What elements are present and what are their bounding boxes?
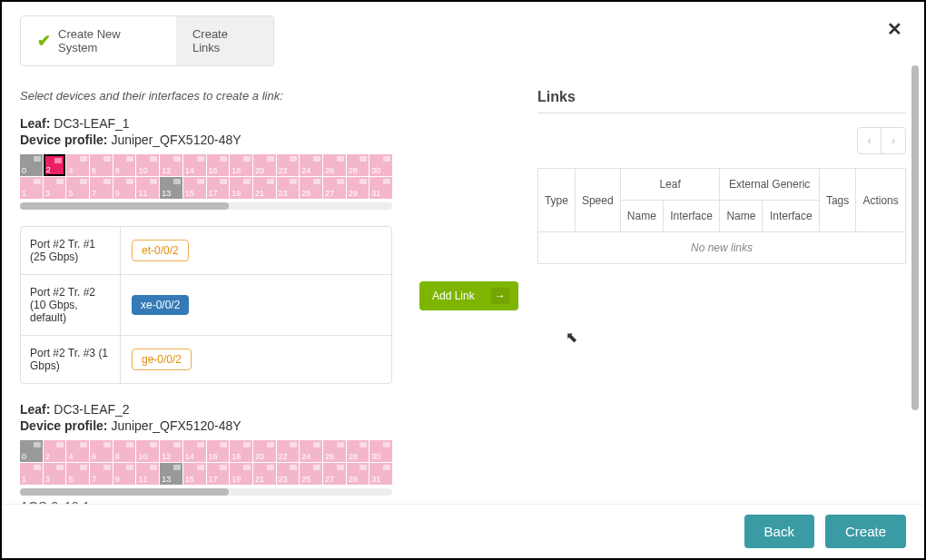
- port-cell[interactable]: 6: [90, 154, 113, 176]
- port-cell[interactable]: 30: [369, 154, 392, 176]
- port-detail-label: Port #2 Tr. #1 (25 Gbps): [21, 227, 121, 274]
- wizard-step-create-links[interactable]: Create Links: [176, 16, 273, 65]
- port-cell[interactable]: 10: [136, 440, 159, 462]
- port-cell[interactable]: 25: [300, 463, 322, 485]
- port-grid: 0246810121416182022242628301357911131517…: [20, 154, 392, 199]
- port-cell[interactable]: 18: [230, 440, 252, 462]
- port-cell[interactable]: 24: [300, 440, 322, 462]
- port-cell[interactable]: 22: [277, 440, 300, 462]
- wizard-step-create-system[interactable]: ✔ Create New System: [21, 16, 176, 65]
- port-detail-value: xe-0/0/2: [121, 275, 391, 335]
- port-cell[interactable]: 12: [160, 440, 182, 462]
- port-cell[interactable]: 4: [66, 154, 89, 176]
- port-cell[interactable]: 12: [160, 154, 182, 176]
- port-cell[interactable]: 31: [369, 177, 392, 199]
- col-actions: Actions: [856, 169, 906, 232]
- port-detail-row: Port #2 Tr. #1 (25 Gbps)et-0/0/2: [21, 227, 391, 275]
- port-cell[interactable]: 26: [323, 154, 346, 176]
- col-type: Type: [538, 169, 576, 232]
- port-cell[interactable]: 11: [136, 463, 159, 485]
- horizontal-scrollbar[interactable]: [20, 488, 392, 496]
- port-cell[interactable]: 20: [253, 154, 276, 176]
- port-cell[interactable]: 29: [347, 463, 369, 485]
- port-cell[interactable]: 28: [347, 154, 369, 176]
- port-cell[interactable]: 21: [253, 177, 276, 199]
- port-cell[interactable]: 17: [207, 177, 230, 199]
- port-cell[interactable]: 25: [300, 177, 322, 199]
- wizard-step-label: Create Links: [192, 27, 257, 54]
- port-cell[interactable]: 14: [183, 440, 206, 462]
- port-cell[interactable]: 13: [160, 463, 182, 485]
- horizontal-scrollbar[interactable]: [20, 202, 392, 210]
- port-cell[interactable]: 30: [369, 440, 392, 462]
- port-cell[interactable]: 10: [136, 154, 159, 176]
- port-cell[interactable]: 8: [113, 440, 136, 462]
- port-cell[interactable]: 2: [44, 154, 66, 176]
- port-cell[interactable]: 18: [230, 154, 252, 176]
- port-cell[interactable]: 0: [20, 440, 43, 462]
- port-cell[interactable]: 21: [253, 463, 276, 485]
- port-cell[interactable]: 14: [183, 154, 206, 176]
- port-cell[interactable]: 29: [347, 177, 369, 199]
- interface-chip[interactable]: ge-0/0/2: [132, 349, 192, 370]
- port-cell[interactable]: 6: [90, 440, 113, 462]
- interface-chip[interactable]: et-0/0/2: [132, 240, 189, 261]
- port-cell[interactable]: 19: [230, 177, 252, 199]
- port-cell[interactable]: 27: [323, 463, 346, 485]
- pager-prev-button[interactable]: ‹: [858, 128, 882, 153]
- port-cell[interactable]: 3: [44, 177, 66, 199]
- modal-footer: Back Create: [2, 504, 924, 558]
- port-cell[interactable]: 19: [230, 463, 252, 485]
- port-grid: 0246810121416182022242628301357911131517…: [20, 440, 392, 485]
- port-cell[interactable]: 17: [207, 463, 230, 485]
- port-cell[interactable]: 1: [20, 177, 43, 199]
- col-leaf-name: Name: [620, 201, 663, 232]
- back-button[interactable]: Back: [744, 515, 814, 548]
- port-cell[interactable]: 4: [66, 440, 89, 462]
- port-cell[interactable]: 15: [183, 463, 206, 485]
- port-cell[interactable]: 5: [66, 463, 89, 485]
- port-cell[interactable]: 13: [160, 177, 182, 199]
- port-cell[interactable]: 8: [113, 154, 136, 176]
- port-cell[interactable]: 3: [44, 463, 66, 485]
- wizard-step-label: Create New System: [58, 27, 160, 54]
- empty-state: No new links: [538, 232, 906, 264]
- links-table: Type Speed Leaf External Generic Tags Ac…: [537, 168, 906, 264]
- port-cell[interactable]: 2: [44, 440, 66, 462]
- port-cell[interactable]: 5: [66, 177, 89, 199]
- port-cell[interactable]: 9: [113, 177, 136, 199]
- port-cell[interactable]: 20: [253, 440, 276, 462]
- port-detail-row: Port #2 Tr. #3 (1 Gbps)ge-0/0/2: [21, 336, 391, 383]
- port-cell[interactable]: 27: [323, 177, 346, 199]
- port-cell[interactable]: 28: [347, 440, 369, 462]
- port-cell[interactable]: 31: [369, 463, 392, 485]
- port-cell[interactable]: 7: [90, 177, 113, 199]
- port-cell[interactable]: 16: [207, 440, 230, 462]
- col-leaf-interface: Interface: [663, 201, 720, 232]
- add-link-label: Add Link: [432, 290, 475, 302]
- port-cell[interactable]: 22: [277, 154, 300, 176]
- port-cell[interactable]: 23: [277, 463, 300, 485]
- port-cell[interactable]: 1: [20, 463, 43, 485]
- port-cell[interactable]: 15: [183, 177, 206, 199]
- create-button[interactable]: Create: [825, 515, 906, 548]
- col-tags: Tags: [819, 169, 855, 232]
- close-icon[interactable]: ✕: [887, 18, 902, 40]
- port-cell[interactable]: 26: [323, 440, 346, 462]
- port-detail-value: et-0/0/2: [121, 227, 391, 274]
- port-cell[interactable]: 0: [20, 154, 43, 176]
- port-cell[interactable]: 9: [113, 463, 136, 485]
- col-external: External Generic: [720, 169, 820, 201]
- pager-next-button[interactable]: ›: [882, 128, 905, 153]
- port-cell[interactable]: 7: [90, 463, 113, 485]
- interface-chip[interactable]: xe-0/0/2: [132, 295, 189, 315]
- vertical-scrollbar[interactable]: [911, 65, 919, 492]
- col-ext-interface: Interface: [763, 201, 820, 232]
- port-cell[interactable]: 24: [300, 154, 322, 176]
- port-cell[interactable]: 16: [207, 154, 230, 176]
- modal-body: ✔ Create New System Create Links Select …: [2, 2, 924, 506]
- port-cell[interactable]: 23: [277, 177, 300, 199]
- port-detail-row: Port #2 Tr. #2 (10 Gbps, default)xe-0/0/…: [21, 275, 391, 336]
- add-link-button[interactable]: Add Link →: [419, 281, 518, 310]
- port-cell[interactable]: 11: [136, 177, 159, 199]
